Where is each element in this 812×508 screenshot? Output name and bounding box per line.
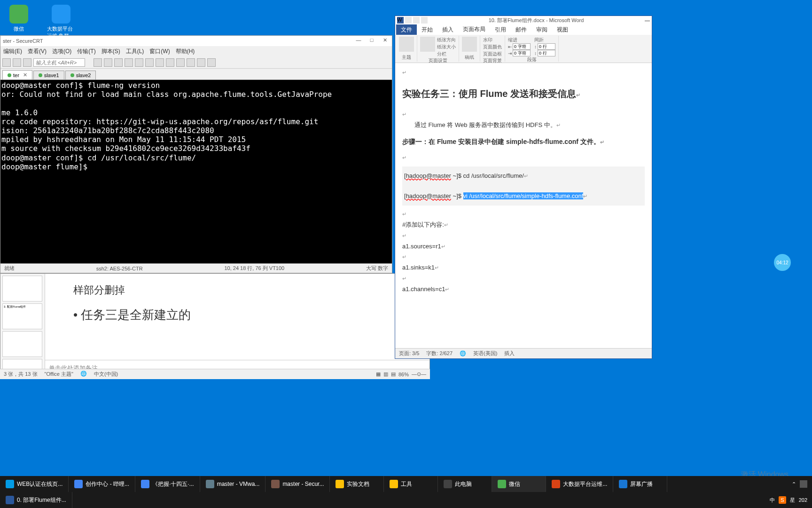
toolbar-icon[interactable] <box>125 58 133 67</box>
word-count[interactable]: 字数: 2/627 <box>426 350 453 357</box>
indent-right-input[interactable] <box>513 50 531 56</box>
menu-options[interactable]: 选项(O) <box>52 48 71 56</box>
spacing-after-input[interactable] <box>538 50 555 56</box>
zoom-slider[interactable]: —⊙— <box>412 371 426 377</box>
config-line: a1.sources=r1 <box>402 243 441 250</box>
tab-insert[interactable]: 插入 <box>437 24 458 35</box>
spacing-before-input[interactable] <box>538 43 555 50</box>
slide-text: 样部分删掉 <box>73 283 401 297</box>
orientation-button[interactable]: 纸张方向 <box>437 37 456 43</box>
taskbar-row-1: WEB认证在线页... 创作中心 - 哔哩... 《把握·十四五·... mas… <box>0 476 812 492</box>
page-indicator[interactable]: 页面: 3/5 <box>399 350 419 357</box>
slide-thumbnails[interactable]: 3. 配置Flume组件 <box>0 274 45 379</box>
slide-content[interactable]: 样部分删掉 • 任务三是全新建立的 <box>45 274 429 360</box>
task-item-active[interactable]: 微信 <box>492 476 546 492</box>
toolbar-icon[interactable] <box>94 58 102 67</box>
tab-slave2[interactable]: slave2 <box>65 71 96 79</box>
toolbar-icon[interactable] <box>104 58 112 67</box>
task-item[interactable]: master - VMwa... <box>200 476 266 492</box>
view-icon[interactable]: ▤ <box>391 371 396 377</box>
thumbnail[interactable]: 3. 配置Flume组件 <box>2 303 42 329</box>
columns-button[interactable]: 分栏 <box>437 51 456 57</box>
tray-icon[interactable] <box>800 480 807 488</box>
view-icon[interactable]: ▥ <box>383 371 388 377</box>
tab-review[interactable]: 审阅 <box>531 24 552 35</box>
menu-help[interactable]: 帮助(H) <box>176 48 195 56</box>
tab-mailings[interactable]: 邮件 <box>511 24 531 35</box>
redo-icon[interactable] <box>421 17 428 24</box>
wechat-icon <box>9 5 28 24</box>
toolbar-icon[interactable] <box>197 58 205 67</box>
toolbar-icon[interactable] <box>135 58 143 67</box>
ribbon-group-paragraph: 缩进 ⇤ ⇥ 间距 ↕ ↕ 段落 <box>505 36 559 62</box>
close-icon[interactable]: ✕ <box>23 72 27 78</box>
toolbar-icon[interactable] <box>114 58 123 67</box>
menu-transfer[interactable]: 传输(T) <box>77 48 95 56</box>
maximize-button[interactable]: □ <box>367 37 376 45</box>
minimize-button[interactable]: — <box>354 37 363 45</box>
toolbar-icon[interactable] <box>187 58 195 67</box>
task-item[interactable]: WEB认证在线页... <box>0 476 69 492</box>
language-indicator[interactable]: 英语(美国) <box>473 350 497 357</box>
menu-script[interactable]: 脚本(S) <box>102 48 120 56</box>
tab-slave1[interactable]: slave1 <box>33 71 64 79</box>
paper-icon[interactable] <box>462 37 477 52</box>
undo-icon[interactable] <box>413 17 420 24</box>
command-vi: vi <box>463 192 468 199</box>
toolbar-icon[interactable] <box>145 58 154 67</box>
host-input[interactable] <box>33 58 85 67</box>
toolbar-icon[interactable] <box>207 58 216 67</box>
task-item[interactable]: 此电脑 <box>438 476 492 492</box>
task-item[interactable]: 屏幕广播 <box>613 476 667 492</box>
terminal-output[interactable]: doop@master conf]$ flume-ng version or: … <box>0 80 392 263</box>
toolbar-icon[interactable] <box>156 58 164 67</box>
task-item[interactable]: 0. 部署Flume组件... <box>0 492 72 508</box>
task-item[interactable]: 工具 <box>384 476 438 492</box>
toolbar-icon[interactable] <box>176 58 185 67</box>
menu-view[interactable]: 查看(V) <box>28 48 47 56</box>
menu-edit[interactable]: 编辑(E) <box>3 48 22 56</box>
thumbnail[interactable] <box>2 276 42 302</box>
title-bar: ster - SecureCRT — □ ✕ <box>0 36 392 46</box>
date-label: 星 <box>790 497 795 504</box>
margins-icon[interactable] <box>420 37 435 52</box>
toolbar-icon[interactable] <box>2 58 11 67</box>
save-icon[interactable] <box>405 17 412 24</box>
toolbar-icon[interactable] <box>166 58 174 67</box>
view-icon[interactable]: ▦ <box>376 371 381 377</box>
window-title: ster - SecureCRT <box>3 38 43 44</box>
tab-references[interactable]: 引用 <box>490 24 511 35</box>
tab-view[interactable]: 视图 <box>552 24 573 35</box>
menu-tools[interactable]: 工具(L) <box>126 48 144 56</box>
minimize-button[interactable]: — <box>645 17 650 23</box>
tab-pagelayout[interactable]: 页面布局 <box>458 24 490 36</box>
indent-left-input[interactable] <box>513 43 531 50</box>
size-button[interactable]: 纸张大小 <box>437 44 456 50</box>
tray-chevron-icon[interactable]: ⌃ <box>792 481 796 487</box>
borders-button[interactable]: 页面边框 <box>483 51 502 57</box>
tab-master[interactable]: ter✕ <box>2 70 32 79</box>
task-item[interactable]: 实验文档 <box>330 476 384 492</box>
tab-file[interactable]: 文件 <box>396 24 417 35</box>
task-item[interactable]: 创作中心 - 哔哩... <box>69 476 135 492</box>
pc-icon <box>444 480 452 488</box>
toolbar-icon[interactable] <box>13 58 21 67</box>
thumbnail[interactable] <box>2 331 42 357</box>
themes-icon[interactable] <box>399 37 414 52</box>
tab-home[interactable]: 开始 <box>417 24 437 35</box>
document-area[interactable]: ↵ 实验任务三：使用 Flume 发送和接受信息↵ ↵ 通过 Flume 将 W… <box>395 63 652 348</box>
menu-window[interactable]: 窗口(W) <box>149 48 170 56</box>
toolbar-icon[interactable] <box>23 58 31 67</box>
task-item[interactable]: master - Secur... <box>265 476 330 492</box>
watermark-button[interactable]: 水印 <box>483 37 502 43</box>
status-dot-icon <box>70 73 74 77</box>
timer-badge[interactable]: 04:12 <box>774 254 791 271</box>
task-item[interactable]: 《把握·十四五·... <box>135 476 200 492</box>
pagecolor-button[interactable]: 页面颜色 <box>483 44 502 50</box>
sogou-icon[interactable]: S <box>779 496 786 504</box>
ime-indicator[interactable]: 中 <box>770 497 775 504</box>
close-button[interactable]: ✕ <box>380 37 390 45</box>
task-label: 微信 <box>509 480 520 488</box>
task-item[interactable]: 大数据平台运维... <box>546 476 613 492</box>
securecrt-window: ster - SecureCRT — □ ✕ 编辑(E) 查看(V) 选项(O)… <box>0 35 392 273</box>
